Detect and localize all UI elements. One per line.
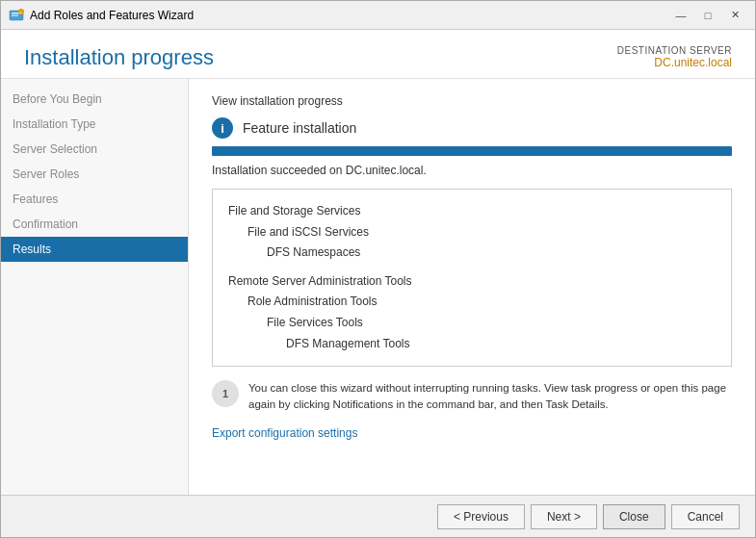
progress-bar-fill xyxy=(212,146,732,156)
title-bar-controls: — □ ✕ xyxy=(668,6,747,25)
svg-rect-2 xyxy=(12,14,18,16)
destination-label: DESTINATION SERVER xyxy=(617,45,732,56)
minimize-button[interactable]: — xyxy=(668,6,693,25)
maximize-button[interactable]: □ xyxy=(695,6,720,25)
section-label: View installation progress xyxy=(212,94,732,108)
success-text: Installation succeeded on DC.unitec.loca… xyxy=(212,164,732,177)
destination-value: DC.unitec.local xyxy=(654,56,732,69)
result-item: Role Administration Tools xyxy=(228,292,716,313)
progress-bar-container xyxy=(212,146,732,156)
sidebar-item-confirmation[interactable]: Confirmation xyxy=(1,212,188,237)
sidebar-item-results[interactable]: Results xyxy=(1,237,188,262)
sidebar-item-before-you-begin[interactable]: Before You Begin xyxy=(1,87,188,112)
header-band: Installation progress DESTINATION SERVER… xyxy=(1,30,755,79)
cancel-button[interactable]: Cancel xyxy=(671,504,740,529)
notification-text: You can close this wizard without interr… xyxy=(248,380,732,414)
result-item: DFS Namespaces xyxy=(228,243,716,264)
footer: < Previous Next > Close Cancel xyxy=(1,495,755,537)
next-button[interactable]: Next > xyxy=(531,504,597,529)
export-link[interactable]: Export configuration settings xyxy=(212,426,357,440)
sidebar-item-installation-type[interactable]: Installation Type xyxy=(1,112,188,137)
main-content: View installation progress i Feature ins… xyxy=(189,79,755,495)
window-close-button[interactable]: ✕ xyxy=(722,6,747,25)
main-wrapper: Before You BeginInstallation TypeServer … xyxy=(1,79,755,495)
result-item: File and iSCSI Services xyxy=(228,222,716,243)
close-button[interactable]: Close xyxy=(603,504,665,529)
destination-server: DESTINATION SERVER DC.unitec.local xyxy=(617,45,732,69)
previous-button[interactable]: < Previous xyxy=(437,504,525,529)
page-title: Installation progress xyxy=(24,45,214,70)
result-item: File Services Tools xyxy=(228,313,716,334)
window-icon: + xyxy=(9,8,24,23)
info-icon: i xyxy=(212,117,233,139)
feature-install-row: i Feature installation xyxy=(212,117,732,139)
title-bar: + Add Roles and Features Wizard — □ ✕ xyxy=(1,1,755,30)
result-item: DFS Management Tools xyxy=(228,334,716,355)
result-item: File and Storage Services xyxy=(228,201,716,222)
sidebar-item-features[interactable]: Features xyxy=(1,187,188,212)
notification-row: 1 You can close this wizard without inte… xyxy=(212,380,732,414)
sidebar: Before You BeginInstallation TypeServer … xyxy=(1,79,189,495)
sidebar-item-server-selection[interactable]: Server Selection xyxy=(1,137,188,162)
wizard-window: + Add Roles and Features Wizard — □ ✕ In… xyxy=(0,0,756,538)
results-box: File and Storage ServicesFile and iSCSI … xyxy=(212,189,732,367)
feature-install-label: Feature installation xyxy=(243,120,356,136)
title-bar-text: Add Roles and Features Wizard xyxy=(30,9,668,22)
sidebar-item-server-roles[interactable]: Server Roles xyxy=(1,162,188,187)
notification-icon: 1 xyxy=(212,380,239,407)
result-item: Remote Server Administration Tools xyxy=(228,271,716,293)
